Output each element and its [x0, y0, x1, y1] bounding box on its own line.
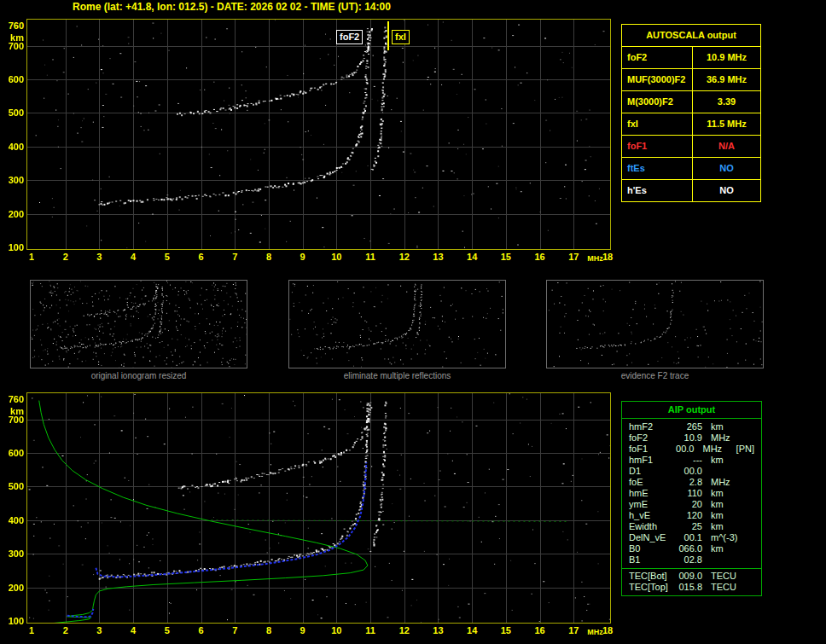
x-axis-tick: 2 — [55, 252, 76, 262]
aip-param-note — [748, 582, 761, 593]
autoscala-window: Rome (lat: +41.8, lon: 012.5) - DATE: 20… — [0, 0, 826, 644]
y-axis-tick: 500 — [1, 107, 24, 118]
x-axis-tick: 16 — [530, 252, 550, 262]
profile-ionogram-plot — [27, 393, 610, 623]
aip-param-note — [748, 554, 761, 566]
y-axis-tick: 300 — [1, 175, 24, 185]
autoscala-row: foF210.9 MHz — [622, 47, 760, 69]
autoscala-row: foF1N/A — [622, 136, 760, 158]
y-axis-tick: 760 — [1, 20, 24, 31]
aip-param-unit: MHz — [711, 432, 748, 444]
aip-row: TEC[Bot]009.0TECU — [622, 571, 761, 582]
x-axis-unit: MHz — [587, 254, 603, 263]
x-axis-tick: 1 — [21, 252, 42, 262]
aip-param-label: B0 — [622, 543, 675, 554]
aip-param-note — [748, 543, 761, 554]
x-axis-tick: 9 — [293, 252, 313, 262]
aip-param-label: DelN_vE — [622, 532, 675, 543]
aip-param-note — [748, 432, 761, 444]
x-axis-tick: 15 — [496, 625, 516, 635]
x-axis-tick: 12 — [394, 625, 415, 635]
autoscala-param-value: 36.9 MHz — [693, 69, 760, 90]
aip-param-value: --- — [675, 455, 702, 466]
autoscala-row: ftEsNO — [622, 158, 760, 180]
y-axis-unit: km — [1, 32, 24, 43]
aip-param-unit: MHz — [702, 444, 736, 455]
aip-param-unit — [711, 554, 748, 566]
y-axis-tick: 100 — [1, 242, 24, 252]
aip-param-unit: MHz — [711, 477, 748, 488]
fxI-marker-line — [387, 21, 389, 50]
aip-param-label: B1 — [622, 554, 675, 566]
aip-row: TEC[Top]015.8TECU — [622, 582, 761, 593]
window-title: Rome (lat: +41.8, lon: 012.5) - DATE: 20… — [73, 1, 391, 13]
autoscala-param-label: ftEs — [622, 158, 693, 179]
aip-row: hmF1---km — [622, 455, 761, 466]
aip-param-label: hmF2 — [622, 421, 675, 432]
x-axis-tick: 16 — [530, 625, 550, 635]
aip-param-value: 25 — [675, 521, 702, 532]
x-axis-tick: 8 — [259, 252, 279, 262]
x-axis-tick: 3 — [89, 252, 109, 262]
autoscala-table-header: AUTOSCALA output — [622, 25, 760, 47]
aip-param-note — [748, 532, 761, 543]
aip-param-value: 00.1 — [675, 532, 702, 543]
x-axis-tick: 4 — [123, 625, 143, 635]
x-axis-tick: 10 — [326, 625, 346, 635]
x-axis-tick: 6 — [191, 625, 212, 635]
aip-param-label: ymE — [622, 499, 675, 510]
aip-param-note — [748, 571, 761, 582]
autoscala-row: MUF(3000)F236.9 MHz — [622, 69, 760, 91]
aip-param-label: foF1 — [622, 444, 670, 455]
aip-row: foF100.0MHz[PN] — [622, 444, 761, 455]
x-axis-tick: 5 — [157, 625, 177, 635]
aip-param-unit: km — [711, 510, 748, 521]
x-axis-tick: 10 — [326, 252, 346, 262]
aip-tec-section: TEC[Bot]009.0TECUTEC[Top]015.8TECU — [622, 568, 761, 595]
thumbnail-evidence-f2 — [546, 280, 764, 368]
autoscala-output-table: AUTOSCALA outputfoF210.9 MHzMUF(3000)F23… — [621, 24, 761, 202]
aip-param-note — [748, 421, 761, 432]
aip-row: ymE20km — [622, 499, 761, 510]
aip-row: B0066.0km — [622, 543, 761, 554]
aip-param-value: 10.9 — [675, 432, 702, 444]
aip-param-label: D1 — [622, 466, 675, 477]
aip-param-value: 009.0 — [675, 571, 702, 582]
fxI-marker-label: fxI — [392, 30, 410, 44]
autoscala-param-label: foF2 — [622, 47, 693, 68]
y-axis-tick: 200 — [1, 209, 24, 219]
aip-param-unit: TECU — [711, 582, 748, 593]
y-axis-tick: 400 — [1, 515, 24, 525]
aip-row: Ewidth25km — [622, 521, 761, 532]
thumbnail-evidence-plot — [547, 281, 763, 368]
aip-param-value: 00.0 — [670, 444, 694, 455]
aip-row: hmF2265km — [622, 421, 761, 432]
x-axis-unit: MHz — [587, 628, 603, 636]
aip-table-header: AIP output — [622, 402, 761, 419]
y-axis-tick: 600 — [1, 74, 24, 84]
y-axis-tick: 500 — [1, 481, 24, 491]
aip-param-label: hmF1 — [622, 455, 675, 466]
aip-param-value: 110 — [675, 488, 702, 499]
x-axis-tick: 17 — [563, 252, 584, 262]
x-axis-tick: 15 — [496, 252, 516, 262]
y-axis-tick: 400 — [1, 142, 24, 152]
aip-param-unit: km — [711, 543, 748, 554]
aip-param-value: 066.0 — [675, 543, 702, 554]
x-axis-tick: 3 — [89, 625, 109, 635]
thumbnail-eliminate-reflections — [288, 280, 506, 368]
x-axis-tick: 13 — [428, 625, 448, 635]
thumbnail-original-plot — [31, 281, 247, 368]
autoscala-row: fxI11.5 MHz — [622, 113, 760, 136]
x-axis-tick: 14 — [462, 625, 482, 635]
thumbnail-caption-eliminate: eliminate multiple reflections — [288, 371, 506, 380]
y-axis-tick: 600 — [1, 448, 24, 458]
autoscala-param-value: 3.39 — [693, 91, 760, 113]
autoscala-param-value: NO — [693, 158, 760, 179]
thumbnail-caption-original: original ionogram resized — [30, 371, 247, 380]
y-axis-tick: 760 — [1, 394, 24, 404]
autoscala-param-value: N/A — [693, 136, 760, 157]
aip-param-unit: m^(-3) — [711, 532, 748, 543]
x-axis-tick: 4 — [123, 252, 143, 262]
aip-param-unit: km — [711, 455, 748, 466]
